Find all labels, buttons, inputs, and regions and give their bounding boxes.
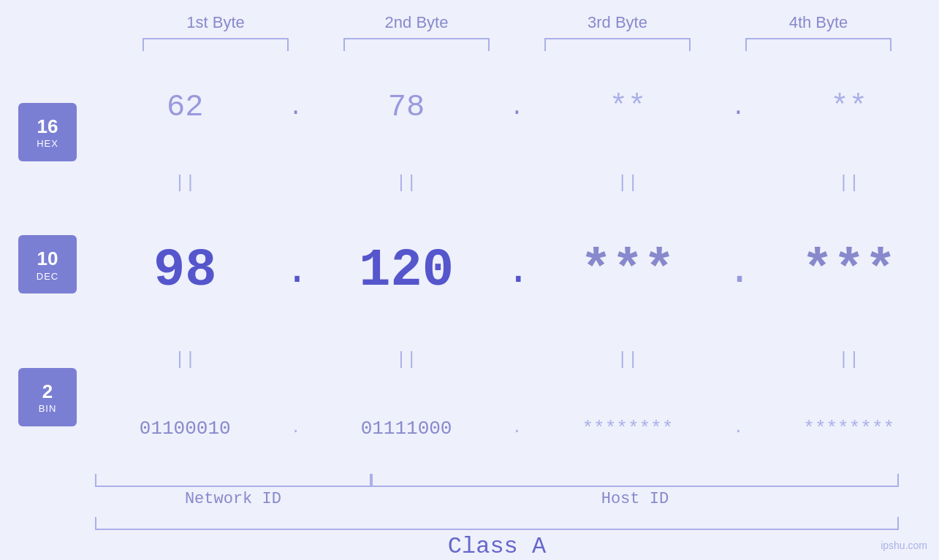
bin-byte-2: 01111000 xyxy=(326,418,487,440)
header-row: 1st Byte 2nd Byte 3rd Byte 4th Byte xyxy=(115,13,919,32)
hex-byte-4: ** xyxy=(769,90,930,125)
bin-badge-num: 2 xyxy=(42,380,53,403)
dec-byte-2: 120 xyxy=(326,241,487,301)
dec-val-1: 98 xyxy=(153,241,216,301)
bottom-brackets xyxy=(95,474,899,487)
hex-val-4: ** xyxy=(831,90,867,125)
bin-val-2: 01111000 xyxy=(361,418,452,440)
class-label: Class A xyxy=(95,530,899,560)
hex-badge-num: 16 xyxy=(37,115,58,138)
bin-dot-2: . xyxy=(506,419,528,437)
network-id-bracket xyxy=(95,474,371,487)
bracket-2 xyxy=(343,38,490,51)
class-row: Class A xyxy=(95,517,899,560)
bracket-3 xyxy=(544,38,691,51)
id-labels-row: Network ID Host ID xyxy=(95,487,899,508)
bracket-4 xyxy=(745,38,892,51)
bin-byte-4: ******** xyxy=(769,418,930,440)
byte-label-4: 4th Byte xyxy=(738,13,899,32)
host-id-label: Host ID xyxy=(371,487,899,508)
bin-badge: 2 BIN xyxy=(18,368,77,426)
hex-byte-3: ** xyxy=(547,90,708,125)
hex-val-3: ** xyxy=(609,90,646,125)
dec-dot-2: . xyxy=(506,248,528,294)
dec-val-2: 120 xyxy=(359,241,454,301)
byte-label-2: 2nd Byte xyxy=(336,13,497,32)
hex-row: 62 . 78 . ** . ** xyxy=(95,90,939,125)
dec-byte-3: *** xyxy=(547,241,708,301)
dec-byte-4: *** xyxy=(769,241,930,301)
bin-byte-3: ******** xyxy=(547,418,708,440)
main-content: 16 HEX 10 DEC 2 BIN 62 . 78 xyxy=(0,58,939,471)
hex-dot-3: . xyxy=(727,94,749,121)
hex-byte-1: 62 xyxy=(104,90,265,125)
hex-val-2: 78 xyxy=(388,90,425,125)
dec-dot-1: . xyxy=(285,248,307,294)
badges-column: 16 HEX 10 DEC 2 BIN xyxy=(0,58,95,471)
data-rows: 62 . 78 . ** . ** || || xyxy=(95,58,939,471)
bin-badge-label: BIN xyxy=(39,403,57,414)
bin-row: 01100010 . 01111000 . ******** . *******… xyxy=(95,418,939,440)
hex-byte-2: 78 xyxy=(326,90,487,125)
eq-1-4: || xyxy=(769,173,930,193)
dec-val-3: *** xyxy=(580,241,675,301)
eq-2-3: || xyxy=(547,350,708,369)
hex-badge-label: HEX xyxy=(37,138,58,149)
bin-byte-1: 01100010 xyxy=(104,418,265,440)
eq-1-2: || xyxy=(326,173,487,193)
eq-2-4: || xyxy=(769,350,930,369)
class-bracket xyxy=(95,517,899,530)
eq-1-1: || xyxy=(104,173,265,193)
hex-val-1: 62 xyxy=(167,90,203,125)
hex-dot-1: . xyxy=(285,94,307,121)
eq-2-1: || xyxy=(104,350,265,369)
watermark: ipshu.com xyxy=(881,540,927,551)
byte-label-3: 3rd Byte xyxy=(537,13,698,32)
equals-row-2: || || || || xyxy=(95,350,939,369)
bracket-1 xyxy=(142,38,289,51)
dec-badge-num: 10 xyxy=(37,248,58,270)
dec-dot-3: . xyxy=(727,248,749,294)
dec-badge-label: DEC xyxy=(37,271,58,282)
host-id-bracket xyxy=(371,474,899,487)
hex-badge: 16 HEX xyxy=(18,103,77,161)
bin-val-1: 01100010 xyxy=(140,418,231,440)
eq-1-3: || xyxy=(547,173,708,193)
network-id-label: Network ID xyxy=(95,487,371,508)
dec-row: 98 . 120 . *** . *** xyxy=(95,241,939,301)
equals-row-1: || || || || xyxy=(95,173,939,193)
dec-val-4: *** xyxy=(802,241,897,301)
dec-byte-1: 98 xyxy=(104,241,265,301)
dec-badge: 10 DEC xyxy=(18,235,77,294)
top-brackets xyxy=(115,38,919,51)
byte-label-1: 1st Byte xyxy=(135,13,296,32)
main-container: 1st Byte 2nd Byte 3rd Byte 4th Byte 16 H… xyxy=(0,0,939,560)
eq-2-2: || xyxy=(326,350,487,369)
bin-dot-1: . xyxy=(285,419,307,437)
bin-val-3: ******** xyxy=(582,418,673,440)
hex-dot-2: . xyxy=(506,94,528,121)
bin-dot-3: . xyxy=(727,419,749,437)
bottom-section: Network ID Host ID Class A xyxy=(0,474,939,560)
bin-val-4: ******** xyxy=(803,418,894,440)
